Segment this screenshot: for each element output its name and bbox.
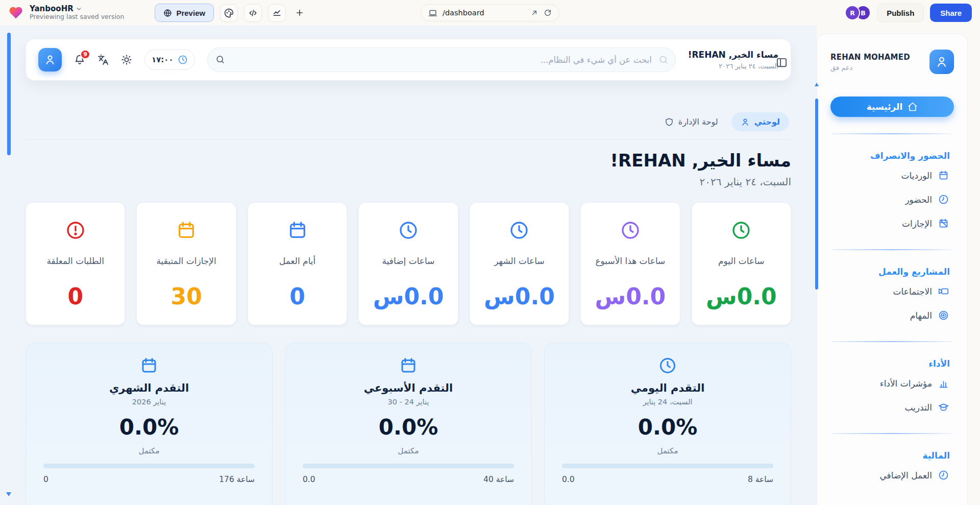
sidebar-item-home[interactable]: الرئيسية xyxy=(830,97,954,117)
sidebar-item-training[interactable]: التدريب xyxy=(830,398,954,417)
tab-my-board[interactable]: لوحتي xyxy=(731,112,789,131)
code-view-button[interactable] xyxy=(244,4,262,22)
clock-icon xyxy=(731,220,751,241)
search-input[interactable] xyxy=(207,47,676,72)
search-icon xyxy=(215,55,225,64)
add-page-button[interactable] xyxy=(292,5,307,20)
shield-icon xyxy=(665,117,674,127)
sidebar-item-shifts[interactable]: الورديات xyxy=(830,166,954,185)
clock-icon xyxy=(938,194,949,205)
user-avatar xyxy=(929,50,954,74)
home-icon xyxy=(908,102,918,112)
builder-topbar: YanbooHR Previewing last saved version P… xyxy=(0,0,980,26)
app-logo-heart-icon xyxy=(8,5,23,20)
stats-row: ساعات اليوم 0.0س ساعات هذا الأسبوع 0.0س … xyxy=(26,202,791,325)
progress-bar xyxy=(562,464,773,468)
calendar-icon xyxy=(303,356,514,375)
code-icon xyxy=(248,8,258,18)
publish-button[interactable]: Publish xyxy=(877,4,924,22)
sidebar-section-performance: الأداء xyxy=(835,358,950,369)
project-brand[interactable]: YanbooHR Previewing last saved version xyxy=(30,5,124,21)
calendar-icon xyxy=(287,220,308,241)
analytics-button[interactable] xyxy=(268,4,286,22)
person-icon xyxy=(935,55,948,68)
chevron-down-icon xyxy=(76,6,82,12)
user-role: دعم فق xyxy=(830,64,923,71)
sidebar: REHAN MOHAMED دعم فق الرئيسية الحضور وال… xyxy=(817,34,968,505)
sun-icon xyxy=(121,54,132,65)
sidebar-toggle-button[interactable] xyxy=(776,57,788,68)
main-content: مساء الخير, REHAN! السبت، ٢٤ يناير ٢٠٢٦ … xyxy=(0,26,817,505)
clock-icon xyxy=(938,470,949,480)
progress-current: 0.0 xyxy=(562,475,575,484)
light-mode-toggle[interactable] xyxy=(121,54,132,65)
calendar-icon xyxy=(43,356,255,375)
notification-badge: 9 xyxy=(80,50,90,59)
sidebar-item-overtime[interactable]: العمل الإضافي xyxy=(830,466,954,485)
stat-card-pending-requests: الطلبات المعلقة 0 xyxy=(26,202,125,325)
panel-icon xyxy=(776,57,788,68)
sidebar-section-attendance: الحضور والانصراف xyxy=(835,151,950,161)
open-external-icon[interactable] xyxy=(530,9,538,17)
tab-admin-board[interactable]: لوحة الإدارة xyxy=(665,117,718,127)
clock-icon xyxy=(398,220,419,241)
clock-icon xyxy=(509,220,529,241)
stat-card-month-hours: ساعات الشهر 0.0س xyxy=(470,202,569,325)
sidebar-item-leaves[interactable]: الإجازات xyxy=(830,214,954,233)
plus-icon xyxy=(295,8,304,17)
bar-chart-icon xyxy=(938,378,949,389)
profile-button[interactable] xyxy=(38,48,62,71)
app-preview: REHAN MOHAMED دعم فق الرئيسية الحضور وال… xyxy=(0,26,980,505)
stat-card-week-hours: ساعات هذا الأسبوع 0.0س xyxy=(580,202,680,325)
url-bar[interactable]: /dashboard xyxy=(421,4,559,21)
clock-icon xyxy=(620,220,641,241)
sidebar-item-attendance[interactable]: الحضور xyxy=(830,190,954,209)
search-icon xyxy=(658,55,669,65)
page-title: مساء الخير, REHAN! xyxy=(26,150,791,171)
sidebar-section-finance: المالية xyxy=(835,450,950,461)
hero-block: مساء الخير, REHAN! السبت، ٢٤ يناير ٢٠٢٦ xyxy=(26,150,791,188)
url-text: /dashboard xyxy=(443,9,525,17)
languages-icon xyxy=(97,54,109,65)
sidebar-item-meetings[interactable]: الاجتماعات xyxy=(830,282,954,301)
avatar-r[interactable]: R xyxy=(845,5,860,20)
stat-card-overtime-hours: ساعات إضافية 0.0س xyxy=(358,202,458,325)
sidebar-item-tasks[interactable]: المهام xyxy=(830,306,954,325)
theme-palette-button[interactable] xyxy=(220,4,238,22)
refresh-icon[interactable] xyxy=(544,9,552,17)
progress-card-monthly: التقدم الشهري يناير 2026 0.0% مكتمل 176 … xyxy=(26,343,273,505)
sidebar-divider xyxy=(831,433,953,434)
sidebar-scroll-up-arrow[interactable] xyxy=(815,83,819,86)
notifications-button[interactable]: 9 xyxy=(74,54,85,65)
video-camera-icon xyxy=(938,286,949,297)
page-scrollbar[interactable] xyxy=(7,33,11,155)
progress-total: 40 ساعة xyxy=(483,475,514,484)
sidebar-divider xyxy=(831,133,953,134)
user-profile[interactable]: REHAN MOHAMED دعم فق xyxy=(830,50,954,74)
header-date: السبت، ٢٤ يناير ٢٠٢٦ xyxy=(688,62,778,71)
clock-widget[interactable]: ١٧:٠٠ xyxy=(144,50,195,70)
progress-row: التقدم اليومي السبت، 24 يناير 0.0% مكتمل… xyxy=(26,343,791,505)
language-toggle[interactable] xyxy=(97,54,109,65)
stat-card-work-days: أيام العمل 0 xyxy=(248,202,347,325)
calendar-off-icon xyxy=(938,218,949,229)
header-greeting-block: مساء الخير, REHAN! السبت، ٢٤ يناير ٢٠٢٦ xyxy=(688,49,778,70)
palette-icon xyxy=(224,8,234,18)
line-chart-icon xyxy=(272,8,282,18)
sidebar-divider xyxy=(831,249,953,250)
progress-card-weekly: التقدم الأسبوعي يناير 24 - 30 0.0% مكتمل… xyxy=(285,343,532,505)
page-scroll-down-arrow[interactable] xyxy=(6,492,11,496)
alert-circle-icon xyxy=(65,220,86,241)
share-button[interactable]: Share xyxy=(930,4,972,22)
dashboard-tabs: لوحتي لوحة الإدارة xyxy=(26,112,791,140)
progress-card-daily: التقدم اليومي السبت، 24 يناير 0.0% مكتمل… xyxy=(544,343,791,505)
sidebar-scrollbar[interactable] xyxy=(815,99,818,290)
sidebar-item-kpis[interactable]: مؤشرات الأداء xyxy=(830,374,954,393)
page-date: السبت، ٢٤ يناير ٢٠٢٦ xyxy=(26,176,791,188)
project-name: YanbooHR xyxy=(30,5,74,13)
search-bar xyxy=(207,47,676,72)
preview-button[interactable]: Preview xyxy=(155,4,214,22)
sidebar-divider xyxy=(831,341,953,342)
person-icon xyxy=(44,54,56,66)
calendar-icon xyxy=(176,220,197,241)
